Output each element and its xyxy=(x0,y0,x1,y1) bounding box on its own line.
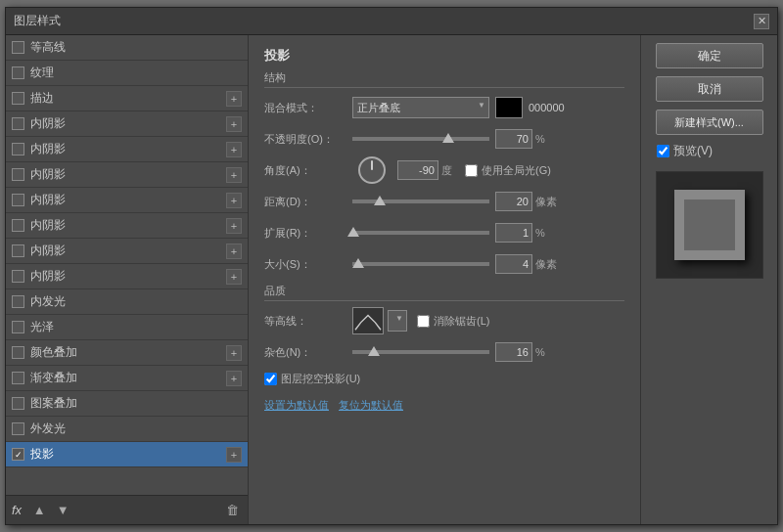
effect-checkbox[interactable] xyxy=(12,143,24,155)
close-button[interactable]: ✕ xyxy=(754,14,769,29)
effect-label: 等高线 xyxy=(30,39,242,56)
noise-row: 杂色(N)： 16 % xyxy=(264,340,624,364)
plus-button[interactable]: + xyxy=(226,447,242,463)
plus-button[interactable]: + xyxy=(226,167,242,183)
contour-select[interactable] xyxy=(388,310,407,332)
effect-item-guangze[interactable]: 光泽 xyxy=(6,315,248,340)
blend-mode-select-wrapper: 正片叠底 正常 滤色 叠加 xyxy=(352,97,489,118)
size-input[interactable]: 4 xyxy=(495,254,532,274)
blend-mode-label: 混合模式： xyxy=(264,101,352,115)
plus-button[interactable]: + xyxy=(226,244,242,259)
effect-item-neiyin4[interactable]: 内阴影 + xyxy=(6,188,248,213)
expand-slider-thumb[interactable] xyxy=(347,227,359,237)
preview-checkbox[interactable] xyxy=(657,145,669,157)
effect-checkbox[interactable] xyxy=(12,321,24,333)
plus-button[interactable]: + xyxy=(226,218,242,234)
layer-knockout-label[interactable]: 图层挖空投影(U) xyxy=(264,372,360,386)
plus-button[interactable]: + xyxy=(226,91,242,107)
plus-button[interactable]: + xyxy=(226,345,242,361)
effect-checkbox[interactable] xyxy=(12,117,24,130)
size-slider-track[interactable] xyxy=(352,262,489,266)
opacity-slider-track[interactable] xyxy=(352,137,489,141)
contour-thumbnail[interactable] xyxy=(352,307,384,334)
move-down-button[interactable]: ▼ xyxy=(53,501,72,520)
effect-checkbox[interactable] xyxy=(12,219,24,232)
new-style-button[interactable]: 新建样式(W)... xyxy=(656,110,763,135)
effect-label: 内阴影 xyxy=(30,115,226,132)
global-light-label[interactable]: 使用全局光(G) xyxy=(465,163,551,178)
effect-checkbox[interactable] xyxy=(12,41,24,54)
effect-item-neiyin2[interactable]: 内阴影 + xyxy=(6,137,248,162)
effect-item-tuan[interactable]: 图案叠加 xyxy=(6,391,248,417)
effect-item-yanse[interactable]: 颜色叠加 + xyxy=(6,340,248,366)
effect-item-neiyin1[interactable]: 内阴影 + xyxy=(6,111,248,137)
reset-default-button[interactable]: 复位为默认值 xyxy=(339,398,403,413)
effect-checkbox[interactable] xyxy=(12,295,24,308)
anti-alias-checkbox[interactable] xyxy=(417,315,430,328)
effects-list: 等高线 纹理 描边 + 内阴影 + 内阴影 xyxy=(6,35,248,495)
effect-item-neiyin7[interactable]: 内阴影 + xyxy=(6,264,248,289)
plus-button[interactable]: + xyxy=(226,193,242,208)
effect-item-jianbian[interactable]: 渐变叠加 + xyxy=(6,366,248,391)
set-default-button[interactable]: 设置为默认值 xyxy=(264,398,329,413)
anti-alias-text: 消除锯齿(L) xyxy=(434,314,489,329)
effect-item-neiyin5[interactable]: 内阴影 + xyxy=(6,213,248,239)
angle-input[interactable]: -90 xyxy=(397,160,438,180)
anti-alias-label[interactable]: 消除锯齿(L) xyxy=(417,314,489,329)
contour-row: 等高线： 消除锯齿(L) xyxy=(264,309,624,332)
color-swatch[interactable] xyxy=(495,97,523,118)
blend-mode-select[interactable]: 正片叠底 正常 滤色 叠加 xyxy=(352,97,489,118)
expand-slider-track[interactable] xyxy=(352,231,489,235)
effect-checkbox[interactable] xyxy=(12,270,24,283)
effect-item-neifaguang[interactable]: 内发光 xyxy=(6,289,248,315)
effect-label: 图案叠加 xyxy=(30,395,242,412)
effect-item-denggaoxian[interactable]: 等高线 xyxy=(6,35,248,61)
effect-item-waifaguang[interactable]: 外发光 xyxy=(6,417,248,442)
effect-checkbox[interactable] xyxy=(12,422,24,435)
plus-button[interactable]: + xyxy=(226,371,242,386)
effect-item-neiyin3[interactable]: 内阴影 + xyxy=(6,162,248,188)
effect-checkbox[interactable] xyxy=(12,168,24,181)
noise-input[interactable]: 16 xyxy=(495,342,532,362)
opacity-slider-thumb[interactable] xyxy=(442,133,454,143)
distance-input[interactable]: 20 xyxy=(495,192,532,211)
cancel-button[interactable]: 取消 xyxy=(656,76,763,102)
size-slider-thumb[interactable] xyxy=(352,258,364,268)
distance-slider-track[interactable] xyxy=(352,200,489,203)
effect-item-neiyin6[interactable]: 内阴影 + xyxy=(6,239,248,264)
effect-item-miaobiān[interactable]: 描边 + xyxy=(6,86,248,111)
effect-checkbox[interactable]: ✓ xyxy=(12,448,24,461)
distance-slider-thumb[interactable] xyxy=(374,196,386,205)
plus-button[interactable]: + xyxy=(226,142,242,157)
opacity-input[interactable]: 70 xyxy=(495,129,532,149)
noise-label: 杂色(N)： xyxy=(264,345,352,360)
angle-label: 角度(A)： xyxy=(264,163,352,178)
plus-button[interactable]: + xyxy=(226,116,242,132)
move-up-button[interactable]: ▲ xyxy=(29,501,49,520)
expand-input[interactable]: 1 xyxy=(495,223,532,243)
effect-label: 纹理 xyxy=(30,65,242,81)
noise-slider-thumb[interactable] xyxy=(368,346,380,356)
effect-checkbox[interactable] xyxy=(12,397,24,410)
effect-checkbox[interactable] xyxy=(12,372,24,384)
effect-checkbox[interactable] xyxy=(12,194,24,206)
effect-label: 内阴影 xyxy=(30,243,226,259)
effect-item-wenli[interactable]: 纹理 xyxy=(6,61,248,86)
effect-checkbox[interactable] xyxy=(12,66,24,79)
effect-checkbox[interactable] xyxy=(12,244,24,257)
delete-button[interactable]: 🗑 xyxy=(222,501,242,520)
plus-button[interactable]: + xyxy=(226,269,242,285)
effect-checkbox[interactable] xyxy=(12,92,24,105)
opacity-label: 不透明度(O)： xyxy=(264,132,352,147)
ok-button[interactable]: 确定 xyxy=(656,43,763,68)
effect-checkbox[interactable] xyxy=(12,346,24,359)
title-bar: 图层样式 ✕ xyxy=(6,8,777,35)
effect-item-touying[interactable]: ✓ 投影 + xyxy=(6,442,248,467)
layer-knockout-checkbox[interactable] xyxy=(264,373,277,385)
global-light-checkbox[interactable] xyxy=(465,164,478,177)
preview-checkbox-label[interactable]: 预览(V) xyxy=(657,143,713,159)
effect-label: 内阴影 xyxy=(30,268,226,285)
noise-slider-track[interactable] xyxy=(352,350,489,354)
angle-dial[interactable] xyxy=(358,156,386,184)
left-panel: 等高线 纹理 描边 + 内阴影 + 内阴影 xyxy=(6,35,249,524)
